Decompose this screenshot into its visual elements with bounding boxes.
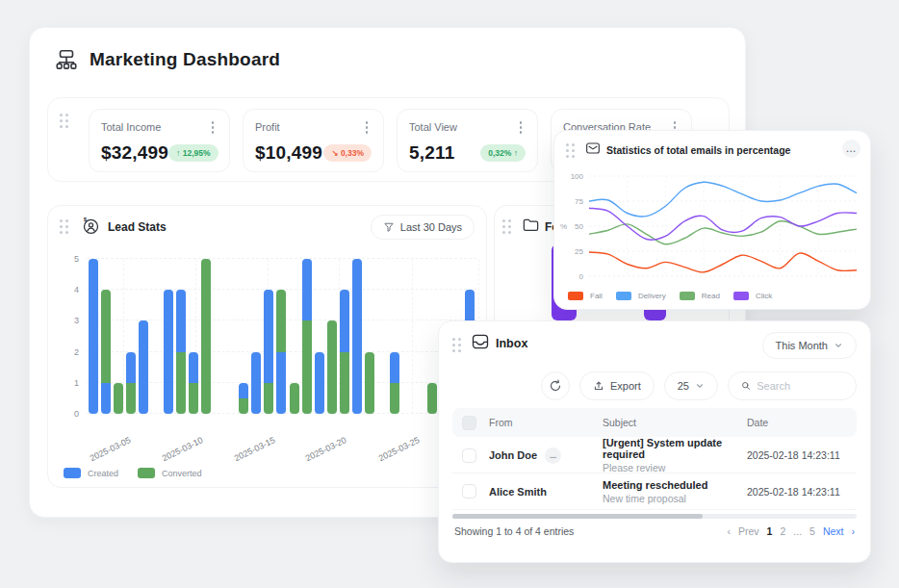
kpi-label: Total View <box>409 121 457 133</box>
next-button[interactable]: Next <box>823 525 844 537</box>
legend-item[interactable]: Read <box>680 292 720 300</box>
card-title: Lead Stats <box>108 220 167 234</box>
page-button[interactable]: 5 <box>809 525 815 537</box>
page-size-select[interactable]: 25 <box>664 371 718 400</box>
chevron-down-icon <box>834 341 843 350</box>
bar-slot <box>300 259 313 414</box>
bar-slot <box>200 259 213 414</box>
page-button[interactable]: 1 <box>767 525 773 537</box>
envelope-icon <box>585 141 601 156</box>
row-checkbox[interactable] <box>462 448 476 463</box>
stacked-bar <box>201 259 211 414</box>
bar-slot <box>213 259 225 414</box>
legend-item[interactable]: Created <box>64 468 118 478</box>
stacked-bar <box>352 259 362 414</box>
stacked-bar <box>365 352 374 414</box>
table-row[interactable]: John Doe ... [Urgent] System update requ… <box>452 437 857 473</box>
stacked-bar <box>264 290 273 414</box>
y-axis-tick: 0 <box>54 409 79 419</box>
trend-badge: ↘ 0,33% <box>323 144 372 162</box>
bar-slot <box>313 259 325 414</box>
kebab-menu-icon[interactable] <box>208 119 218 136</box>
bar-slot <box>288 259 300 414</box>
svg-text:$: $ <box>84 216 88 222</box>
y-axis-tick: 5 <box>54 254 79 264</box>
kpi-card-total-income: Total Income $32,499 ↑ 12,95% <box>89 109 230 172</box>
more-menu-button[interactable]: ... <box>842 140 860 158</box>
x-axis-tick: 2025-03-10 <box>161 435 205 463</box>
period-select[interactable]: This Month <box>762 332 857 359</box>
x-axis-tick: 2025-03-15 <box>233 435 277 463</box>
bar-slot <box>238 259 250 414</box>
next-chevron-icon[interactable]: › <box>852 525 856 537</box>
y-axis-tick: 75 <box>562 197 583 206</box>
bar-slot <box>275 259 288 414</box>
folder-icon <box>522 216 540 234</box>
kpi-value: 5,211 <box>409 142 455 164</box>
bar-slot <box>389 259 401 414</box>
lead-bar-chart <box>87 259 476 414</box>
stacked-bar <box>302 259 312 414</box>
trend-badge: ↑ 12,95% <box>168 144 218 162</box>
x-axis-tick: 2025-03-05 <box>89 435 133 463</box>
export-button[interactable]: Export <box>579 371 655 400</box>
table-row[interactable]: Alice Smith Meeting rescheduled New time… <box>452 473 857 510</box>
prev-chevron-icon[interactable]: ‹ <box>728 525 732 537</box>
dashboard-page: Marketing Dashboard Total Income $32,499… <box>0 0 899 588</box>
drag-handle[interactable] <box>502 219 511 234</box>
kebab-menu-icon[interactable] <box>516 119 527 136</box>
table-header-row: From Subject Date <box>452 408 857 437</box>
email-line-chart <box>589 176 857 276</box>
scrollbar-thumb[interactable] <box>452 514 703 519</box>
bar-slot <box>325 259 338 414</box>
bar-slot <box>188 259 200 414</box>
sitemap-icon <box>54 47 79 72</box>
page-button[interactable]: 2 <box>780 525 785 537</box>
drag-handle[interactable] <box>60 114 68 128</box>
y-axis-tick: 3 <box>54 316 79 325</box>
drag-handle[interactable] <box>566 143 575 158</box>
kpi-label: Total Income <box>101 121 161 133</box>
entries-summary: Showing 1 to 4 of 4 entries <box>454 525 574 537</box>
bar-slot <box>99 259 112 414</box>
stacked-bar <box>126 352 136 414</box>
search-input[interactable] <box>757 380 843 392</box>
bar-slot <box>87 259 99 414</box>
card-title: Statistics of total emails in percentage <box>606 144 790 156</box>
page-ellipsis[interactable]: ... <box>793 525 802 537</box>
legend-item[interactable]: Delivery <box>616 292 666 300</box>
legend-swatch <box>733 292 749 300</box>
legend-item[interactable]: Click <box>733 292 772 300</box>
email-subject: [Urgent] System update required <box>603 437 747 460</box>
search-box[interactable] <box>728 371 857 400</box>
stacked-bar <box>189 352 198 414</box>
date-filter-button[interactable]: Last 30 Days <box>371 215 475 240</box>
stacked-bar <box>139 320 148 414</box>
email-date: 2025-02-18 14:23:11 <box>747 449 857 461</box>
dashboard-header: Marketing Dashboard <box>54 47 280 72</box>
line-series-read <box>589 221 857 244</box>
y-axis-tick: 4 <box>54 285 79 294</box>
horizontal-scrollbar[interactable] <box>452 514 857 519</box>
card-title: Inbox <box>496 337 527 350</box>
stacked-bar <box>114 383 123 414</box>
page-title: Marketing Dashboard <box>90 49 280 70</box>
row-checkbox[interactable] <box>462 484 476 499</box>
legend-item[interactable]: Fail <box>568 292 603 300</box>
drag-handle[interactable] <box>60 219 68 234</box>
y-axis-tick: 25 <box>562 247 583 256</box>
refresh-button[interactable] <box>541 371 570 400</box>
select-all-checkbox[interactable] <box>462 416 476 430</box>
stacked-bar <box>315 352 324 414</box>
legend-item[interactable]: Converted <box>138 468 202 478</box>
bar-slot <box>174 259 187 414</box>
drag-handle[interactable] <box>452 338 461 352</box>
row-menu-button[interactable]: ... <box>545 447 561 464</box>
stacked-bar <box>390 352 399 414</box>
prev-button[interactable]: Prev <box>738 525 759 537</box>
trend-badge: 0,32% ↑ <box>480 144 526 162</box>
kebab-menu-icon[interactable] <box>362 119 372 136</box>
bar-slot <box>124 259 137 414</box>
bar-slot <box>426 259 439 414</box>
bar-slot <box>162 259 174 414</box>
